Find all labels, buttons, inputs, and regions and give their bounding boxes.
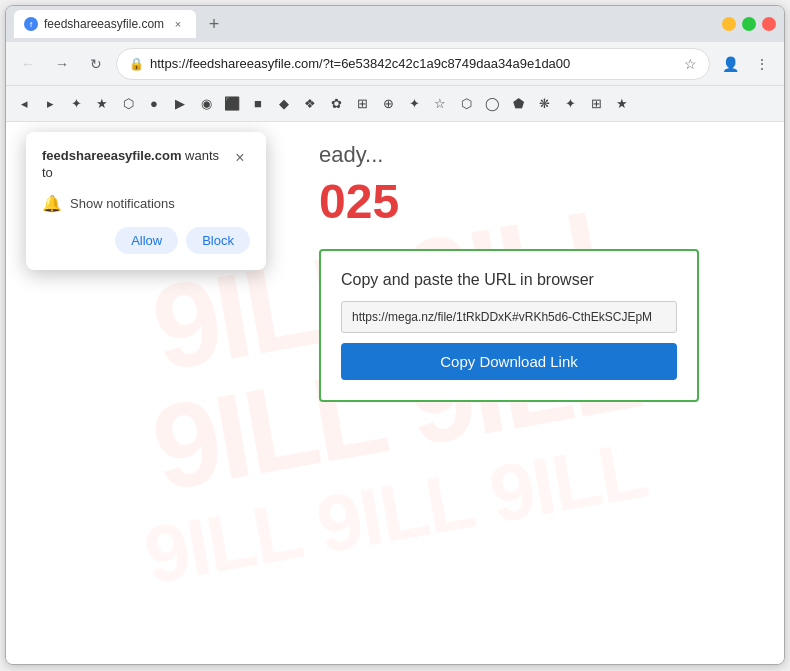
download-box: Copy and paste the URL in browser https:… xyxy=(319,249,699,402)
ext-icon-5[interactable]: ⬡ xyxy=(116,92,140,116)
copy-download-link-button[interactable]: Copy Download Link xyxy=(341,343,677,380)
popup-site-name: feedshareeasyfile.com xyxy=(42,148,181,163)
popup-header: feedshareeasyfile.com wants to × xyxy=(42,148,250,182)
forward-btn[interactable]: → xyxy=(48,50,76,78)
account-btn[interactable]: 👤 xyxy=(716,50,744,78)
ext-icon-11[interactable]: ◆ xyxy=(272,92,296,116)
tab-label: feedshareeasyfile.com xyxy=(44,17,164,31)
ext-icon-8[interactable]: ◉ xyxy=(194,92,218,116)
refresh-icon: ↻ xyxy=(90,56,102,72)
ext-icon-24[interactable]: ★ xyxy=(610,92,634,116)
title-bar: f feedshareeasyfile.com × + − □ × xyxy=(6,6,784,42)
maximize-btn[interactable]: □ xyxy=(742,17,756,31)
ext-icon-6[interactable]: ● xyxy=(142,92,166,116)
tab-favicon: f xyxy=(24,17,38,31)
browser-window: f feedshareeasyfile.com × + − □ × ← → ↻ … xyxy=(5,5,785,665)
close-btn[interactable]: × xyxy=(762,17,776,31)
ext-icon-9[interactable]: ⬛ xyxy=(220,92,244,116)
ext-icon-19[interactable]: ◯ xyxy=(480,92,504,116)
ext-icon-13[interactable]: ✿ xyxy=(324,92,348,116)
ext-icon-14[interactable]: ⊞ xyxy=(350,92,374,116)
ext-icon-17[interactable]: ☆ xyxy=(428,92,452,116)
nav-bar: ← → ↻ 🔒 https://feedshareeasyfile.com/?t… xyxy=(6,42,784,86)
popup-notification-row: 🔔 Show notifications xyxy=(42,194,250,213)
bookmark-icon[interactable]: ☆ xyxy=(684,56,697,72)
ext-icon-22[interactable]: ✦ xyxy=(558,92,582,116)
ext-icon-10[interactable]: ■ xyxy=(246,92,270,116)
bell-icon: 🔔 xyxy=(42,194,62,213)
download-url-field[interactable]: https://mega.nz/file/1tRkDDxK#vRKh5d6-Ct… xyxy=(341,301,677,333)
window-controls: − □ × xyxy=(722,17,776,31)
ext-icon-4[interactable]: ★ xyxy=(90,92,114,116)
allow-btn[interactable]: Allow xyxy=(115,227,178,254)
notification-label: Show notifications xyxy=(70,196,175,211)
main-content: eady... 025 Copy and paste the URL in br… xyxy=(319,142,699,402)
ext-icon-12[interactable]: ❖ xyxy=(298,92,322,116)
popup-title: feedshareeasyfile.com wants to xyxy=(42,148,230,182)
ext-icon-7[interactable]: ▶ xyxy=(168,92,192,116)
download-instruction: Copy and paste the URL in browser xyxy=(341,271,677,289)
back-icon: ← xyxy=(21,56,35,72)
ext-icon-3[interactable]: ✦ xyxy=(64,92,88,116)
address-bar[interactable]: 🔒 https://feedshareeasyfile.com/?t=6e538… xyxy=(116,48,710,80)
ext-icon-2[interactable]: ▸ xyxy=(38,92,62,116)
ext-icon-16[interactable]: ✦ xyxy=(402,92,426,116)
ext-icon-15[interactable]: ⊕ xyxy=(376,92,400,116)
url-text: https://feedshareeasyfile.com/?t=6e53842… xyxy=(150,56,678,71)
watermark-line-3: 9ILL 9ILL 9ILL xyxy=(137,424,652,603)
ext-icon-23[interactable]: ⊞ xyxy=(584,92,608,116)
tab-bar: f feedshareeasyfile.com × + xyxy=(14,10,718,38)
extension-toolbar: ◂ ▸ ✦ ★ ⬡ ● ▶ ◉ ⬛ ■ ◆ ❖ ✿ ⊞ ⊕ ✦ ☆ ⬡ ◯ ⬟ … xyxy=(6,86,784,122)
refresh-btn[interactable]: ↻ xyxy=(82,50,110,78)
ext-icon-1[interactable]: ◂ xyxy=(12,92,36,116)
browser-tab[interactable]: f feedshareeasyfile.com × xyxy=(14,10,196,38)
notification-popup: feedshareeasyfile.com wants to × 🔔 Show … xyxy=(26,132,266,270)
new-tab-btn[interactable]: + xyxy=(200,10,228,38)
ext-icon-21[interactable]: ❋ xyxy=(532,92,556,116)
ext-icon-18[interactable]: ⬡ xyxy=(454,92,478,116)
file-number: 025 xyxy=(319,174,699,229)
page-content: 9ILL 9ILL 9ILL 9ILL 9ILL 9ILL 9ILL eady.… xyxy=(6,122,784,664)
popup-buttons: Allow Block xyxy=(42,227,250,254)
back-btn[interactable]: ← xyxy=(14,50,42,78)
forward-icon: → xyxy=(55,56,69,72)
nav-right-buttons: 👤 ⋮ xyxy=(716,50,776,78)
minimize-btn[interactable]: − xyxy=(722,17,736,31)
tab-close-btn[interactable]: × xyxy=(170,16,186,32)
popup-close-btn[interactable]: × xyxy=(230,148,250,168)
ext-icon-20[interactable]: ⬟ xyxy=(506,92,530,116)
ready-text: eady... xyxy=(319,142,699,168)
lock-icon: 🔒 xyxy=(129,57,144,71)
block-btn[interactable]: Block xyxy=(186,227,250,254)
menu-btn[interactable]: ⋮ xyxy=(748,50,776,78)
